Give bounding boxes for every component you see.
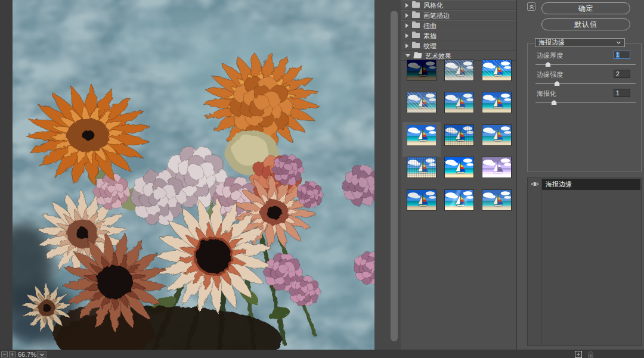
slider-label-edge-intensity: 边缘强度 <box>537 70 563 79</box>
edge-intensity-input[interactable]: 2 <box>614 70 630 78</box>
filter-thumbnail-poster-edges[interactable] <box>407 124 436 146</box>
flower-bouquet-preview <box>13 0 374 350</box>
trash-icon <box>587 351 594 358</box>
triangle-down-icon <box>405 54 410 57</box>
filter-category-label: 风格化 <box>423 1 443 10</box>
filter-category-label: 画笔描边 <box>423 11 450 20</box>
filter-category-item-4[interactable]: 纹理 <box>401 41 516 51</box>
filter-thumbnail-rough-pastel[interactable] <box>482 60 512 81</box>
triangle-right-icon <box>405 43 408 48</box>
sailboat-thumbnail-image <box>482 60 511 80</box>
filter-thumbnail-grid <box>401 61 516 350</box>
filter-category-item-2[interactable]: 扭曲 <box>401 20 516 30</box>
filter-gallery-dialog: 风格化画笔描边扭曲素描纹理艺术效果 确定 默认值 海报边缘 边缘厚度 1 边缘强… <box>0 0 644 358</box>
filter-category-item-1[interactable]: 画笔描边 <box>401 10 516 20</box>
filter-thumbnail-plastic-wrap[interactable] <box>444 189 474 211</box>
edge-thickness-input[interactable]: 1 <box>614 51 630 59</box>
zoom-level-dropdown[interactable] <box>37 351 47 358</box>
preview-gutter <box>374 0 401 350</box>
filter-thumbnail-bold-cutout[interactable] <box>444 157 474 178</box>
slider-label-edge-thickness: 边缘厚度 <box>537 51 563 60</box>
filter-thumbnail-flat-knife[interactable] <box>444 92 474 113</box>
filter-thumbnail-watercolor[interactable] <box>407 189 436 211</box>
folder-icon <box>412 43 420 48</box>
effect-layers-list: 海报边缘 <box>527 178 642 346</box>
filter-category-label: 纹理 <box>423 41 436 51</box>
sailboat-thumbnail-image <box>407 125 436 145</box>
zoom-out-button[interactable]: − <box>1 351 8 357</box>
filter-thumbnail-paint-daubs[interactable] <box>482 124 512 146</box>
sailboat-thumbnail-image <box>482 125 511 145</box>
collapse-panel-button[interactable] <box>527 2 535 11</box>
defaults-button[interactable]: 默认值 <box>541 18 630 30</box>
folder-icon <box>412 33 420 38</box>
zoom-level-label: 66.7% <box>18 351 36 358</box>
filter-thumbnail-film-grain[interactable] <box>407 157 436 178</box>
ok-button[interactable]: 确定 <box>541 2 630 14</box>
sailboat-thumbnail-image <box>407 60 436 80</box>
minus-icon: − <box>3 351 6 357</box>
filter-thumbnail-dry-brush[interactable] <box>482 92 512 113</box>
filter-category-item-3[interactable]: 素描 <box>401 30 516 41</box>
double-chevron-up-icon <box>528 4 535 10</box>
visibility-column <box>528 178 541 345</box>
edge-thickness-slider[interactable] <box>535 64 636 65</box>
edge-intensity-slider[interactable] <box>535 83 636 84</box>
slider-label-posterization: 海报化 <box>537 89 556 98</box>
zoom-in-button[interactable]: + <box>9 351 16 357</box>
filter-category-label: 素描 <box>423 31 436 41</box>
bottom-bar: − + 66.7% <box>0 350 644 358</box>
settings-panel: 确定 默认值 海报边缘 边缘厚度 1 边缘强度 2 海报化 1 <box>517 0 644 350</box>
filter-select-value: 海报边缘 <box>538 38 616 47</box>
filter-thumbnail-underpaint[interactable] <box>407 92 436 113</box>
triangle-right-icon <box>405 23 408 28</box>
chevron-down-icon <box>39 353 45 357</box>
folder-icon <box>412 2 420 8</box>
eye-icon <box>531 181 539 187</box>
sailboat-thumbnail-image <box>407 190 436 210</box>
sailboat-thumbnail-image <box>445 125 473 145</box>
filter-category-list: 风格化画笔描边扭曲素描纹理艺术效果 <box>401 0 516 61</box>
effect-layer-row[interactable]: 海报边缘 <box>528 178 641 190</box>
chevron-down-icon <box>616 41 621 45</box>
sailboat-thumbnail-image <box>482 190 511 210</box>
folder-icon <box>413 53 422 58</box>
sailboat-thumbnail-image <box>445 190 473 210</box>
filter-thumbnail-dark-fresco[interactable] <box>407 60 436 81</box>
triangle-right-icon <box>405 13 408 18</box>
preview-image[interactable] <box>13 0 374 350</box>
folder-icon <box>412 13 420 18</box>
filter-select[interactable]: 海报边缘 <box>535 38 625 47</box>
filter-thumbnail-pencil-scribble[interactable] <box>444 60 474 81</box>
triangle-right-icon <box>405 3 408 8</box>
sailboat-thumbnail-image <box>407 157 436 178</box>
sailboat-thumbnail-image <box>482 157 511 178</box>
effect-layer-name: 海报边缘 <box>542 179 640 190</box>
vertical-scrollbar[interactable] <box>391 11 398 341</box>
filter-list-panel: 风格化画笔描边扭曲素描纹理艺术效果 <box>401 0 516 350</box>
filter-thumbnail-sponge-noise[interactable] <box>444 124 474 146</box>
triangle-right-icon <box>405 33 408 38</box>
posterization-input[interactable]: 1 <box>614 89 630 97</box>
layer-visibility-toggle[interactable] <box>528 178 541 190</box>
filter-settings-group <box>527 43 642 172</box>
filter-thumbnail-smudge-soft[interactable] <box>482 189 512 211</box>
sailboat-thumbnail-image <box>407 92 436 113</box>
new-effect-layer-button[interactable] <box>574 351 582 358</box>
delete-effect-layer-button[interactable] <box>587 351 595 358</box>
plus-icon: + <box>11 351 14 357</box>
sailboat-thumbnail-image <box>445 60 473 80</box>
posterization-slider[interactable] <box>535 102 636 103</box>
filter-thumbnail-neon-purple[interactable] <box>482 157 512 178</box>
folder-icon <box>412 23 420 28</box>
sailboat-thumbnail-image <box>445 92 473 113</box>
filter-category-label: 扭曲 <box>423 21 436 30</box>
plus-square-icon <box>575 351 582 358</box>
filter-category-item-0[interactable]: 风格化 <box>401 0 516 10</box>
sailboat-thumbnail-image <box>482 92 511 113</box>
sailboat-thumbnail-image <box>445 157 473 178</box>
